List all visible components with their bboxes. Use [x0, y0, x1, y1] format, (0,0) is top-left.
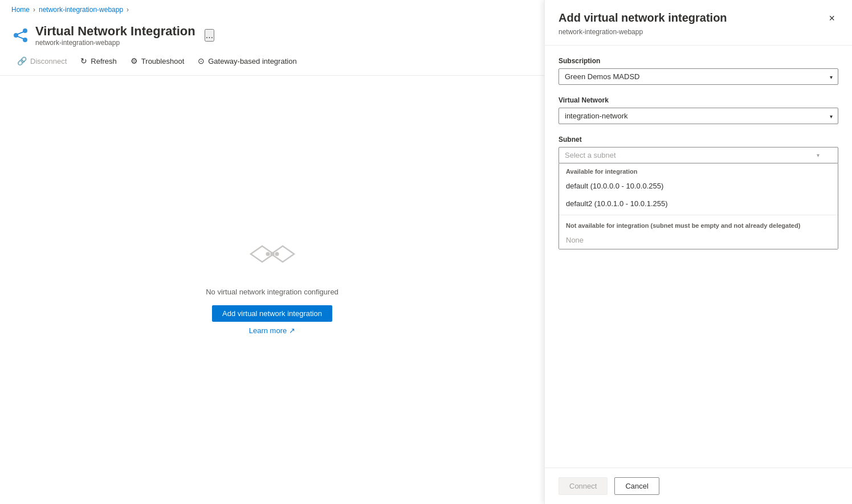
- external-link-icon: ↗: [289, 326, 295, 335]
- refresh-button[interactable]: ↻ Refresh: [75, 54, 123, 68]
- subnet-option-default2[interactable]: default2 (10.0.1.0 - 10.0.1.255): [559, 195, 838, 212]
- virtual-network-select-wrapper: integration-network ▾: [559, 108, 838, 124]
- subnet-select-field[interactable]: Select a subnet ▾: [559, 147, 838, 163]
- svg-point-8: [270, 252, 274, 256]
- subscription-select[interactable]: Green Demos MADSD: [559, 68, 838, 85]
- subnet-option-none: None: [559, 231, 838, 249]
- troubleshoot-icon: ⚙: [131, 56, 138, 65]
- page-title-block: Virtual Network Integration network-inte…: [35, 24, 195, 47]
- svg-point-9: [275, 252, 279, 256]
- virtual-network-label: Virtual Network: [559, 96, 838, 104]
- more-options-button[interactable]: ...: [205, 29, 214, 42]
- refresh-icon: ↻: [80, 56, 87, 65]
- svg-line-4: [18, 36, 23, 39]
- svg-point-2: [23, 38, 27, 42]
- add-vnet-integration-button[interactable]: Add virtual network integration: [212, 305, 332, 322]
- close-drawer-button[interactable]: ×: [825, 11, 838, 26]
- drawer-footer: Connect Cancel: [545, 468, 852, 504]
- subnet-option-default[interactable]: default (10.0.0.0 - 10.0.0.255): [559, 177, 838, 195]
- subnet-group: Subnet Select a subnet ▾ Available for i…: [559, 136, 838, 249]
- gateway-icon: ⊙: [198, 56, 205, 65]
- virtual-network-group: Virtual Network integration-network ▾: [559, 96, 838, 124]
- dropdown-divider: [559, 215, 838, 215]
- unavailable-section-label: Not available for integration (subnet mu…: [559, 218, 838, 231]
- cancel-button[interactable]: Cancel: [614, 477, 659, 495]
- network-illustration: [238, 230, 307, 278]
- learn-more-link[interactable]: Learn more ↗: [249, 326, 295, 335]
- drawer-title: Add virtual network integration: [559, 11, 727, 24]
- drawer-header: Add virtual network integration × networ…: [545, 0, 852, 46]
- empty-message: No virtual network integration configure…: [206, 288, 339, 296]
- toolbar: 🔗 Disconnect ↻ Refresh ⚙ Troubleshoot ⊙ …: [0, 47, 544, 76]
- drawer-header-top: Add virtual network integration ×: [559, 11, 838, 26]
- breadcrumb-home[interactable]: Home: [11, 6, 30, 14]
- subscription-select-wrapper: Green Demos MADSD ▾: [559, 68, 838, 85]
- svg-point-1: [23, 28, 27, 33]
- subscription-label: Subscription: [559, 57, 838, 65]
- gateway-integration-button[interactable]: ⊙ Gateway-based integration: [192, 54, 302, 68]
- breadcrumb-sep1: ›: [33, 6, 35, 14]
- virtual-network-select[interactable]: integration-network: [559, 108, 838, 124]
- subnet-placeholder: Select a subnet: [565, 151, 616, 159]
- left-panel: Home › network-integration-webapp › Virt…: [0, 0, 544, 504]
- subnet-chevron-icon: ▾: [817, 152, 820, 158]
- vnet-page-icon: [11, 26, 30, 44]
- svg-point-7: [266, 252, 270, 256]
- page-header: Virtual Network Integration network-inte…: [0, 19, 544, 47]
- drawer-body: Subscription Green Demos MADSD ▾ Virtual…: [545, 46, 852, 468]
- subnet-dropdown: Available for integration default (10.0.…: [559, 163, 838, 249]
- svg-line-3: [18, 32, 23, 34]
- empty-state-icon: [238, 230, 307, 278]
- disconnect-icon: 🔗: [17, 56, 27, 65]
- svg-point-0: [14, 33, 18, 38]
- page-subtitle: network-integration-webapp: [35, 39, 195, 47]
- page-title: Virtual Network Integration: [35, 24, 195, 39]
- content-area: No virtual network integration configure…: [0, 76, 544, 489]
- add-vnet-drawer: Add virtual network integration × networ…: [544, 0, 852, 504]
- drawer-subtitle: network-integration-webapp: [559, 28, 838, 36]
- breadcrumb: Home › network-integration-webapp ›: [0, 0, 544, 19]
- disconnect-button[interactable]: 🔗 Disconnect: [11, 54, 72, 68]
- troubleshoot-button[interactable]: ⚙ Troubleshoot: [125, 54, 190, 68]
- available-section-label: Available for integration: [559, 163, 838, 177]
- breadcrumb-sep2: ›: [127, 6, 129, 14]
- breadcrumb-webapp[interactable]: network-integration-webapp: [39, 6, 123, 14]
- connect-button[interactable]: Connect: [559, 477, 608, 495]
- subscription-group: Subscription Green Demos MADSD ▾: [559, 57, 838, 85]
- subnet-label: Subnet: [559, 136, 838, 144]
